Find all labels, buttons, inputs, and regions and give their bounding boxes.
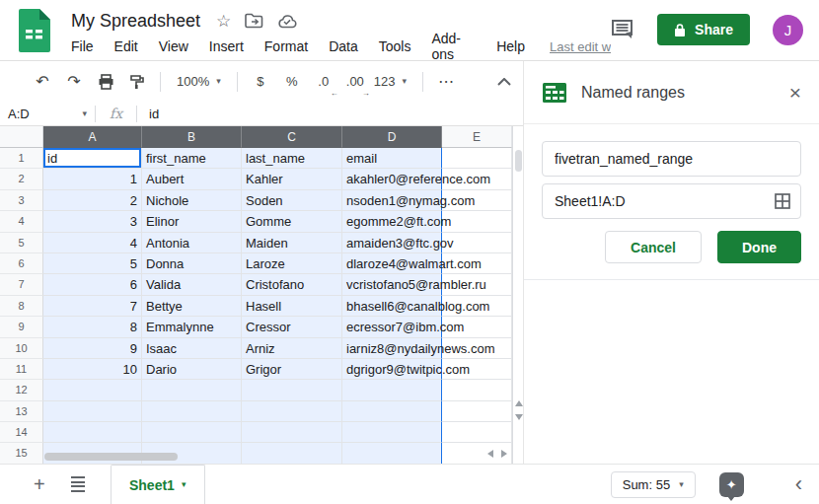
cell-C5[interactable]: Maiden (242, 233, 342, 253)
cell-D10[interactable]: iarniz8@nydailynews.com (342, 338, 442, 359)
cell-B6[interactable]: Donna (142, 253, 242, 274)
cell-E14[interactable] (442, 422, 512, 443)
cell-A13[interactable] (43, 401, 142, 422)
cell-D3[interactable]: nsoden1@nymag.com (342, 190, 442, 211)
cell-A2[interactable]: 1 (43, 169, 142, 189)
cell-C9[interactable]: Cressor (242, 317, 342, 337)
cell-D7[interactable]: vcristofano5@rambler.ru (342, 274, 442, 295)
cell-A12[interactable] (43, 380, 142, 400)
cell-A1[interactable]: id (43, 148, 142, 169)
document-title[interactable]: My Spreadsheet (71, 11, 200, 32)
cell-B7[interactable]: Valida (142, 274, 242, 295)
cell-D13[interactable] (342, 401, 442, 422)
cell-A7[interactable]: 6 (43, 274, 142, 295)
cell-A11[interactable]: 10 (43, 359, 142, 380)
cell-A5[interactable]: 4 (43, 233, 142, 253)
menu-data[interactable]: Data (329, 38, 358, 54)
cell-C8[interactable]: Hasell (242, 296, 342, 317)
cell-A14[interactable] (43, 422, 142, 443)
row-header-11[interactable]: 11 (0, 359, 43, 380)
cell-B14[interactable] (142, 422, 242, 443)
row-header-7[interactable]: 7 (0, 274, 43, 295)
cell-D6[interactable]: dlaroze4@walmart.com (342, 253, 442, 274)
row-header-3[interactable]: 3 (0, 190, 43, 211)
range-reference-input[interactable] (542, 183, 801, 219)
format-percent-button[interactable]: % (279, 69, 305, 95)
cell-D8[interactable]: bhasell6@canalblog.com (342, 296, 442, 317)
sheet-tab-sheet1[interactable]: Sheet1 ▾ (111, 465, 205, 504)
row-header-12[interactable]: 12 (0, 380, 43, 400)
cell-B11[interactable]: Dario (142, 359, 242, 380)
sum-dropdown[interactable]: Sum: 55 ▾ (611, 471, 696, 498)
range-name-input[interactable] (542, 141, 801, 177)
menu-insert[interactable]: Insert (209, 38, 244, 54)
formula-input[interactable]: id (137, 107, 523, 121)
cell-D15[interactable] (342, 443, 442, 464)
cell-B4[interactable]: Elinor (142, 211, 242, 232)
cell-D2[interactable]: akahler0@reference.com (342, 169, 442, 189)
cell-C4[interactable]: Gomme (242, 211, 342, 232)
cell-D12[interactable] (342, 380, 442, 400)
cancel-button[interactable]: Cancel (605, 231, 702, 263)
cell-D11[interactable]: dgrigor9@twitpic.com (342, 359, 442, 380)
cell-B12[interactable] (142, 380, 242, 400)
menu-edit[interactable]: Edit (114, 38, 138, 54)
comment-history-icon[interactable] (611, 18, 635, 41)
row-header-9[interactable]: 9 (0, 317, 43, 337)
cell-C6[interactable]: Laroze (242, 253, 342, 274)
number-format-menu[interactable]: 123 ▾ (368, 74, 412, 89)
cell-A9[interactable]: 8 (43, 317, 142, 337)
more-toolbar-icon[interactable]: ⋯ (433, 69, 459, 95)
row-header-14[interactable]: 14 (0, 422, 43, 443)
cell-D14[interactable] (342, 422, 442, 443)
row-header-2[interactable]: 2 (0, 169, 43, 189)
horizontal-scrollbar-thumb[interactable] (44, 453, 178, 461)
row-header-10[interactable]: 10 (0, 338, 43, 359)
col-header-A[interactable]: A (43, 126, 142, 148)
undo-icon[interactable]: ↶ (30, 69, 55, 95)
col-header-D[interactable]: D (342, 126, 442, 148)
cell-B1[interactable]: first_name (142, 148, 242, 169)
row-header-15[interactable]: 15 (0, 443, 43, 464)
cell-A4[interactable]: 3 (43, 211, 142, 232)
cell-B8[interactable]: Bettye (142, 296, 242, 317)
cell-D1[interactable]: email (342, 148, 442, 169)
scroll-right-icon[interactable] (501, 450, 507, 458)
cell-A10[interactable]: 9 (43, 338, 142, 359)
row-header-4[interactable]: 4 (0, 211, 43, 232)
cell-A6[interactable]: 5 (43, 253, 142, 274)
select-data-range-icon[interactable] (774, 192, 791, 210)
cell-C12[interactable] (242, 380, 342, 400)
cell-C15[interactable] (242, 443, 342, 464)
row-header-5[interactable]: 5 (0, 233, 43, 253)
cell-E1[interactable] (442, 148, 512, 169)
vertical-scrollbar[interactable] (512, 126, 523, 464)
cell-B2[interactable]: Aubert (142, 169, 242, 189)
select-all-corner[interactable] (0, 126, 43, 148)
add-sheet-button[interactable]: + (34, 474, 45, 494)
menu-help[interactable]: Help (496, 38, 525, 54)
cell-E13[interactable] (442, 401, 512, 422)
cell-C2[interactable]: Kahler (242, 169, 342, 189)
hide-menus-icon[interactable] (497, 78, 511, 86)
all-sheets-icon[interactable] (71, 476, 85, 492)
decrease-decimal-button[interactable]: .0 ← (311, 69, 336, 95)
row-header-8[interactable]: 8 (0, 296, 43, 317)
scroll-up-icon[interactable] (515, 400, 523, 406)
cell-C11[interactable]: Grigor (242, 359, 342, 380)
avatar[interactable]: J (773, 15, 803, 45)
increase-decimal-button[interactable]: .00 → (342, 69, 368, 95)
cell-D9[interactable]: ecressor7@ibm.com (342, 317, 442, 337)
cell-E4[interactable] (442, 211, 512, 232)
print-icon[interactable] (93, 69, 118, 95)
cell-A3[interactable]: 2 (43, 190, 142, 211)
cell-C14[interactable] (242, 422, 342, 443)
cell-B9[interactable]: Emmalynne (142, 317, 242, 337)
menu-view[interactable]: View (159, 38, 188, 54)
row-header-1[interactable]: 1 (0, 148, 43, 169)
menu-tools[interactable]: Tools (379, 38, 411, 54)
zoom-select[interactable]: 100% ▾ (171, 74, 227, 89)
name-box[interactable]: A:D ▾ (0, 102, 95, 125)
paint-format-icon[interactable] (124, 69, 150, 95)
last-edit-link[interactable]: Last edit w... (550, 39, 611, 54)
